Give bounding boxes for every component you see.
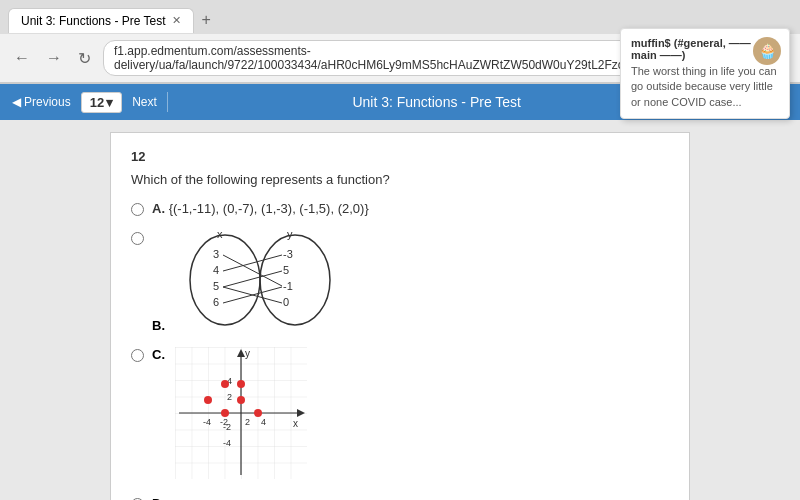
svg-text:-4: -4: [223, 438, 231, 448]
option-d-id: D.: [152, 496, 165, 500]
svg-text:2: 2: [227, 392, 232, 402]
svg-line-12: [223, 255, 282, 286]
svg-line-15: [223, 271, 282, 287]
toolbar-title: Unit 3: Functions - Pre Test: [178, 94, 696, 110]
question-number-display[interactable]: 12 ▾: [81, 92, 122, 113]
active-tab[interactable]: Unit 3: Functions - Pre Test ✕: [8, 8, 194, 33]
option-a-radio[interactable]: [131, 203, 144, 216]
main-content: 12 Which of the following represents a f…: [0, 120, 800, 500]
svg-point-35: [254, 409, 262, 417]
svg-text:2: 2: [245, 417, 250, 427]
tab-title: Unit 3: Functions - Pre Test: [21, 14, 166, 28]
option-b: B. x y 3 4 5 6: [131, 230, 669, 333]
new-tab-button[interactable]: +: [194, 6, 219, 34]
notification-popup: 🧁 muffin$ (#general, —— main ——) The wor…: [620, 28, 790, 119]
svg-point-32: [204, 396, 212, 404]
svg-text:x: x: [217, 230, 223, 240]
grid-svg: x y -4 -2 2 4 4 2 -2 -4: [175, 347, 310, 482]
option-a-id: A.: [152, 201, 165, 216]
question-number: 12: [131, 149, 669, 164]
option-a: A. {(-1,-11), (0,-7), (1,-3), (-1,5), (2…: [131, 201, 669, 216]
svg-text:5: 5: [283, 264, 289, 276]
mapping-svg: x y 3 4 5 6 -3 5 -1 0: [175, 230, 335, 330]
svg-text:y: y: [245, 348, 250, 359]
svg-point-37: [237, 380, 245, 388]
option-b-id: B.: [152, 318, 165, 333]
svg-point-36: [221, 380, 229, 388]
back-button[interactable]: ←: [10, 47, 34, 69]
prev-button[interactable]: ◀ Previous: [12, 95, 71, 109]
option-c: C.: [131, 347, 669, 482]
svg-text:6: 6: [213, 296, 219, 308]
svg-line-13: [223, 255, 282, 271]
svg-text:-1: -1: [283, 280, 293, 292]
tab-close-icon[interactable]: ✕: [172, 14, 181, 27]
forward-button[interactable]: →: [42, 47, 66, 69]
svg-text:-4: -4: [203, 417, 211, 427]
svg-text:x: x: [293, 418, 298, 429]
svg-point-33: [221, 409, 229, 417]
svg-text:3: 3: [213, 248, 219, 260]
option-d: D. x -18 -13 3 5 -6 3: [131, 496, 669, 500]
svg-text:y: y: [287, 230, 293, 240]
option-a-text: {(-1,-11), (0,-7), (1,-3), (-1,5), (2,0)…: [169, 201, 369, 216]
reload-button[interactable]: ↻: [74, 47, 95, 70]
notif-avatar: 🧁: [753, 37, 781, 65]
option-a-label: A. {(-1,-11), (0,-7), (1,-3), (-1,5), (2…: [152, 201, 369, 216]
toolbar-divider: [167, 92, 168, 112]
option-b-radio[interactable]: [131, 232, 144, 245]
prev-icon: ◀: [12, 95, 21, 109]
option-c-radio[interactable]: [131, 349, 144, 362]
svg-text:5: 5: [213, 280, 219, 292]
svg-text:0: 0: [283, 296, 289, 308]
option-b-content: B. x y 3 4 5 6: [152, 230, 335, 333]
svg-text:-3: -3: [283, 248, 293, 260]
dropdown-icon: ▾: [106, 95, 113, 110]
question-card: 12 Which of the following represents a f…: [110, 132, 690, 500]
mapping-diagram: x y 3 4 5 6 -3 5 -1 0: [175, 230, 335, 330]
next-button-toolbar[interactable]: Next: [132, 95, 157, 109]
option-c-content: C.: [152, 347, 310, 482]
notif-body: The worst thing in life you can go outsi…: [631, 64, 779, 110]
svg-text:4: 4: [213, 264, 219, 276]
question-text: Which of the following represents a func…: [131, 172, 669, 187]
svg-text:4: 4: [261, 417, 266, 427]
option-d-content: D. x -18 -13 3 5 -6 3: [152, 496, 352, 500]
question-num-value: 12: [90, 95, 104, 110]
prev-label: Previous: [24, 95, 71, 109]
grid-diagram: x y -4 -2 2 4 4 2 -2 -4: [175, 347, 310, 482]
svg-point-34: [237, 396, 245, 404]
option-c-id: C.: [152, 347, 165, 362]
svg-text:-2: -2: [223, 422, 231, 432]
